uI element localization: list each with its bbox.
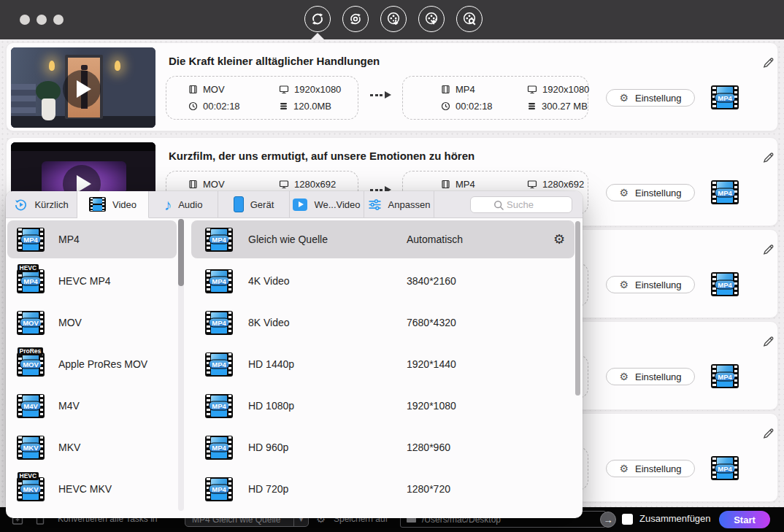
preset-hd-960p[interactable]: MP4 HD 960p 1280*960 xyxy=(191,428,574,466)
window-control-dot[interactable] xyxy=(53,15,64,25)
preset-icon: MP4 xyxy=(205,311,233,335)
preset-hd-1080p[interactable]: MP4 HD 1080p 1920*1080 xyxy=(191,387,574,425)
film-icon xyxy=(441,180,450,189)
format-item-prores-mov[interactable]: ProRes MOV Apple ProRes MOV xyxy=(7,345,177,383)
film-icon xyxy=(188,85,198,94)
format-list: MP4 MP4 HEVC MP4 HEVC MP4 MOV MOV xyxy=(6,218,184,518)
source-resolution: 1280x692 xyxy=(294,179,336,190)
format-item-m4v[interactable]: M4V M4V xyxy=(7,387,177,425)
output-format-icon[interactable]: MP4 xyxy=(711,272,739,296)
edit-pencil-icon[interactable] xyxy=(761,150,775,163)
format-icon: MOV xyxy=(17,311,45,335)
format-item-mov[interactable]: MOV MOV xyxy=(7,304,177,342)
task-title: Die Kraft kleiner alltäglicher Handlunge… xyxy=(169,55,380,67)
preset-list: MP4 Gleich wie Quelle Automatisch ⚙ MP4 … xyxy=(188,218,574,518)
source-duration: 00:02:18 xyxy=(203,101,240,112)
toolbox-icon[interactable] xyxy=(456,6,483,32)
format-list-scrollbar-thumb[interactable] xyxy=(178,219,184,286)
gear-icon: ⚙ xyxy=(619,280,629,290)
format-item-hevc-mp4[interactable]: HEVC MP4 HEVC MP4 xyxy=(7,262,177,300)
target-resolution: 1280x692 xyxy=(542,179,584,190)
search-input[interactable] xyxy=(471,197,572,212)
media-editor-icon[interactable] xyxy=(418,6,445,32)
task-title: Kurzfilm, der uns ermutigt, auf unsere E… xyxy=(169,150,474,162)
preset-icon: MP4 xyxy=(205,269,233,293)
start-button[interactable]: Start xyxy=(719,511,770,528)
main-nav xyxy=(304,6,483,32)
edit-pencil-icon[interactable] xyxy=(761,242,775,255)
preset-same-as-source[interactable]: MP4 Gleich wie Quelle Automatisch ⚙ xyxy=(191,220,574,258)
gear-icon: ⚙ xyxy=(619,371,629,382)
target-info-box[interactable]: MP4 1920x1080 00:02:18 300.27 MB xyxy=(402,76,588,120)
app-window: Die Kraft kleiner alltäglicher Handlunge… xyxy=(0,0,784,532)
history-icon xyxy=(14,198,28,212)
window-control-dot[interactable] xyxy=(20,15,30,25)
merge-checkbox[interactable] xyxy=(622,514,633,525)
preset-4k[interactable]: MP4 4K Video 3840*2160 xyxy=(191,262,574,300)
settings-button[interactable]: ⚙ Einstellung xyxy=(606,460,695,477)
preset-icon: MP4 xyxy=(205,352,233,377)
play-button[interactable] xyxy=(63,70,101,108)
popup-tabbar: Kürzlich Video ♪ Audio Gerät We...Vid xyxy=(6,191,583,218)
target-format: MP4 xyxy=(456,179,475,190)
search-box xyxy=(470,196,572,213)
tab-video[interactable]: Video xyxy=(77,191,149,218)
preset-icon: MP4 xyxy=(205,394,233,418)
output-format-icon[interactable]: MP4 xyxy=(711,180,739,204)
source-size: 120.0MB xyxy=(293,101,331,112)
format-icon: ProRes MOV xyxy=(17,352,45,377)
target-size: 300.27 MB xyxy=(542,101,588,112)
format-icon: HEVC MP4 xyxy=(17,269,45,293)
format-item-partial[interactable] xyxy=(7,512,177,518)
gear-icon: ⚙ xyxy=(619,463,629,474)
output-format-icon[interactable]: MP4 xyxy=(711,364,739,388)
converter-icon[interactable] xyxy=(304,6,331,32)
sliders-icon xyxy=(368,198,382,211)
output-format-icon[interactable]: MP4 xyxy=(711,85,739,109)
gear-icon: ⚙ xyxy=(619,188,629,198)
preset-hd-720p[interactable]: MP4 HD 720p 1280*720 xyxy=(191,470,574,508)
format-item-hevc-mkv[interactable]: HEVC MKV HEVC MKV xyxy=(7,470,177,508)
preset-list-scrollbar-thumb[interactable] xyxy=(575,221,580,396)
titlebar xyxy=(0,0,784,39)
settings-button[interactable]: ⚙ Einstellung xyxy=(606,184,695,201)
tab-audio[interactable]: ♪ Audio xyxy=(149,191,218,217)
window-control-dot[interactable] xyxy=(36,15,47,25)
format-item-mp4[interactable]: MP4 MP4 xyxy=(7,220,177,258)
tab-anpassen[interactable]: Anpassen xyxy=(364,191,434,217)
source-format: MOV xyxy=(203,84,225,95)
tab-geraet[interactable]: Gerät xyxy=(218,191,290,217)
merge-label: Zusammenfügen xyxy=(639,513,711,524)
target-duration: 00:02:18 xyxy=(456,101,493,112)
output-format-icon[interactable]: MP4 xyxy=(711,456,739,480)
monitor-icon xyxy=(279,180,289,189)
source-format: MOV xyxy=(203,179,225,190)
clock-icon xyxy=(188,101,198,111)
task-row: Die Kraft kleiner alltäglicher Handlunge… xyxy=(6,42,778,131)
format-item-mkv[interactable]: MKV MKV xyxy=(7,428,177,466)
filmstrip-icon xyxy=(89,197,106,212)
film-icon xyxy=(441,85,450,94)
preset-gear-icon[interactable]: ⚙ xyxy=(553,233,565,246)
video-thumbnail[interactable] xyxy=(11,47,155,128)
tab-web-video[interactable]: We...Video xyxy=(290,191,364,217)
format-picker-popup: Kürzlich Video ♪ Audio Gerät We...Vid xyxy=(6,191,583,518)
settings-button[interactable]: ⚙ Einstellung xyxy=(606,276,695,293)
preset-partial[interactable] xyxy=(191,512,574,518)
edit-pencil-icon[interactable] xyxy=(761,425,775,439)
preset-8k[interactable]: MP4 8K Video 7680*4320 xyxy=(191,304,574,342)
preset-hd-1440p[interactable]: MP4 HD 1440p 1920*1440 xyxy=(191,345,574,383)
ripper-icon[interactable] xyxy=(342,6,369,32)
source-resolution: 1920x1080 xyxy=(294,84,341,95)
format-icon: M4V xyxy=(17,394,45,418)
settings-button[interactable]: ⚙ Einstellung xyxy=(606,368,695,385)
preset-icon: MP4 xyxy=(205,477,233,501)
open-folder-button[interactable]: → xyxy=(600,512,616,528)
edit-pencil-icon[interactable] xyxy=(761,334,775,347)
settings-button[interactable]: ⚙ Einstellung xyxy=(606,89,695,107)
tab-kuerzlich[interactable]: Kürzlich xyxy=(6,191,77,217)
compressor-icon[interactable] xyxy=(380,6,407,32)
edit-pencil-icon[interactable] xyxy=(761,55,775,69)
convert-arrow-icon xyxy=(370,91,391,99)
source-info-box: MOV 1920x1080 00:02:18 120.0MB xyxy=(166,76,358,120)
